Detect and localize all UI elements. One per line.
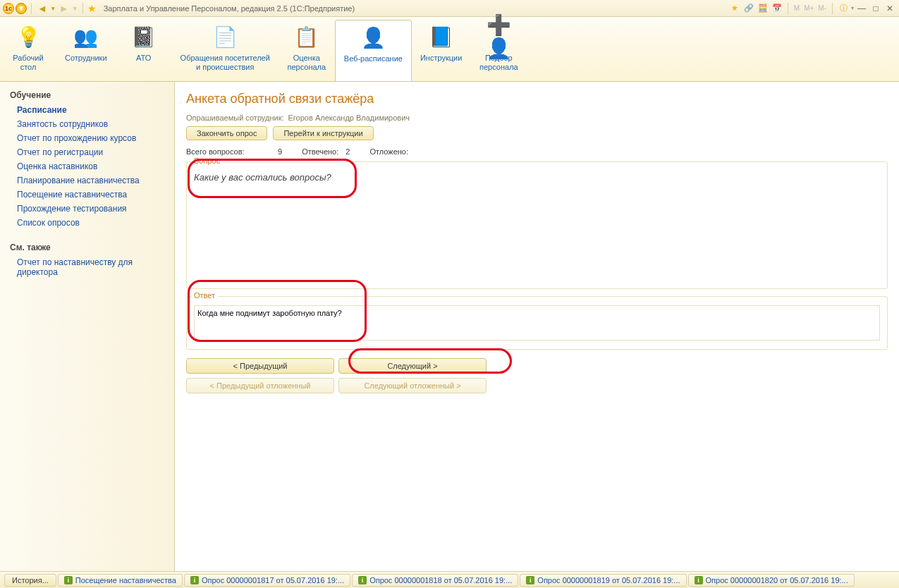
m-button[interactable]: M: [793, 4, 801, 12]
toolbar-label: Оценка персонала: [287, 54, 326, 72]
titlebar-right: ★ 🔗 🧮 📅 M M+ M- ⓘ ▾ — □ ✕: [728, 3, 896, 14]
next-button[interactable]: Следующий >: [338, 358, 487, 374]
titlebar: 1c ▼ ◄ ▾ ► ▾ ★ Зарплата и Управление Пер…: [0, 0, 899, 17]
toolbar-label: Подбор персонала: [479, 54, 518, 72]
calculator-icon[interactable]: 🧮: [757, 3, 769, 14]
sidebar-item[interactable]: Отчет по наставничеству для директора: [0, 255, 174, 279]
nav-back-dropdown-icon[interactable]: ▾: [50, 5, 56, 12]
calendar-icon[interactable]: 📅: [771, 3, 783, 14]
employee-row: Опрашиваемый сотрудник: Егоров Александр…: [186, 114, 888, 122]
taskbar-tab[interactable]: iПосещение наставничества: [58, 574, 183, 587]
taskbar-tab-label: Опрос 00000001820 от 05.07.2016 19:...: [706, 576, 848, 584]
separator: [788, 3, 788, 14]
info-icon: i: [695, 576, 703, 584]
content-area: Анкета обратной связи стажёра Опрашиваем…: [175, 82, 899, 571]
help-icon[interactable]: ⓘ: [837, 3, 850, 14]
stat-deferred-label: Отложено:: [369, 147, 408, 156]
sidebar-item[interactable]: Список опросов: [0, 216, 174, 230]
links-icon[interactable]: 🔗: [742, 3, 755, 14]
sidebar-group-title: Обучение: [0, 87, 174, 103]
taskbar-tab[interactable]: iОпрос 00000001820 от 05.07.2016 19:...: [688, 574, 855, 587]
navigation-buttons: < Предыдущий Следующий > < Предыдущий от…: [186, 358, 888, 393]
favorites-list-icon[interactable]: ★: [728, 3, 741, 14]
toolbar-item-1[interactable]: 👥Сотрудники: [56, 20, 116, 81]
toolbar-item-6[interactable]: 📘Инструкции: [412, 20, 470, 81]
instructions-button[interactable]: Перейти к инструкции: [273, 126, 373, 140]
taskbar: История... iПосещение наставничестваiОпр…: [0, 571, 899, 588]
toolbar-label: Веб-расписание: [344, 54, 403, 63]
info-icon: i: [358, 576, 367, 584]
sidebar-item[interactable]: Посещение наставничества: [0, 188, 174, 202]
toolbar-item-5[interactable]: 👤Веб-расписание: [335, 20, 412, 81]
sidebar-group-title: См. также: [0, 240, 174, 255]
app-1c-icon: 1c: [3, 3, 14, 14]
main-toolbar: 💡Рабочий стол👥Сотрудники📓АТО📄Обращения п…: [0, 17, 899, 82]
main-area: ОбучениеРасписаниеЗанятость сотрудниковО…: [0, 82, 899, 571]
m-plus-button[interactable]: M+: [802, 4, 815, 12]
taskbar-tab-label: Посещение наставничества: [75, 576, 176, 584]
toolbar-label: Сотрудники: [65, 54, 107, 63]
sidebar-item[interactable]: Отчет по прохождению курсов: [0, 131, 174, 145]
toolbar-icon: 👥: [72, 23, 100, 51]
info-icon: i: [526, 576, 534, 584]
question-text: Какие у вас остались вопросы?: [194, 171, 880, 281]
sidebar-item[interactable]: Планирование наставничества: [0, 173, 174, 188]
taskbar-tab[interactable]: iОпрос 00000001818 от 05.07.2016 19:...: [352, 574, 518, 587]
sidebar-item[interactable]: Расписание: [0, 103, 174, 117]
stats-row: Всего вопросов: 9 Отвечено: 2 Отложено:: [186, 147, 888, 156]
toolbar-item-0[interactable]: 💡Рабочий стол: [0, 20, 56, 81]
separator: [31, 3, 32, 14]
toolbar-icon: ➕👤: [484, 23, 513, 51]
answer-input[interactable]: Когда мне поднимут зароботную плату?: [194, 305, 880, 341]
toolbar-item-2[interactable]: 📓АТО: [116, 20, 172, 81]
employee-label: Опрашиваемый сотрудник:: [186, 114, 284, 122]
toolbar-label: Рабочий стол: [13, 54, 43, 72]
sidebar-item[interactable]: Прохождение тестирования: [0, 202, 174, 216]
maximize-button[interactable]: □: [869, 4, 882, 13]
toolbar-icon: 📋: [293, 23, 321, 51]
nav-forward-icon[interactable]: ►: [58, 3, 71, 14]
sidebar: ОбучениеРасписаниеЗанятость сотрудниковО…: [0, 82, 175, 571]
info-icon: i: [64, 576, 73, 584]
finish-survey-button[interactable]: Закончить опрос: [186, 126, 267, 140]
taskbar-tab[interactable]: iОпрос 00000001819 от 05.07.2016 19:...: [520, 574, 686, 587]
taskbar-tab-label: Опрос 00000001818 от 05.07.2016 19:...: [369, 576, 512, 584]
toolbar-icon: 📄: [211, 23, 239, 51]
question-legend: Вопрос: [191, 157, 223, 165]
help-dropdown-icon[interactable]: ▾: [851, 5, 854, 11]
separator: [832, 3, 833, 14]
sidebar-item[interactable]: Отчет по регистрации: [0, 145, 174, 159]
stat-total-label: Всего вопросов:: [186, 147, 271, 156]
sidebar-item[interactable]: Оценка наставников: [0, 159, 174, 173]
prev-button[interactable]: < Предыдущий: [186, 358, 334, 374]
stat-total-value: 9: [278, 147, 282, 156]
nav-forward-dropdown-icon[interactable]: ▾: [72, 5, 78, 12]
favorite-icon[interactable]: ★: [87, 3, 97, 14]
toolbar-item-7[interactable]: ➕👤Подбор персонала: [470, 20, 527, 81]
prev-deferred-button[interactable]: < Предыдущий отложенный: [186, 378, 334, 393]
toolbar-label: АТО: [136, 54, 151, 63]
toolbar-icon: 📘: [427, 23, 455, 51]
info-icon: i: [190, 576, 199, 584]
toolbar-item-4[interactable]: 📋Оценка персонала: [279, 20, 335, 81]
answer-legend: Ответ: [191, 291, 218, 300]
separator: [82, 3, 83, 14]
next-deferred-button[interactable]: Следующий отложенный >: [338, 378, 487, 393]
history-button[interactable]: История...: [4, 574, 56, 587]
taskbar-tab-label: Опрос 00000001817 от 05.07.2016 19:...: [202, 576, 344, 584]
taskbar-tab[interactable]: iОпрос 00000001817 от 05.07.2016 19:...: [184, 574, 350, 587]
stat-answered-value: 2: [345, 147, 350, 156]
m-minus-button[interactable]: M-: [817, 4, 828, 12]
taskbar-tab-label: Опрос 00000001819 от 05.07.2016 19:...: [537, 576, 680, 584]
nav-back-icon[interactable]: ◄: [36, 3, 49, 14]
answer-fieldset: Ответ Когда мне поднимут зароботную плат…: [186, 296, 888, 350]
minimize-button[interactable]: —: [855, 4, 868, 13]
employee-value: Егоров Александр Владимирович: [288, 114, 410, 122]
sidebar-item[interactable]: Занятость сотрудников: [0, 117, 174, 131]
close-button[interactable]: ✕: [883, 4, 896, 13]
page-title: Анкета обратной связи стажёра: [186, 92, 888, 106]
toolbar-label: Инструкции: [420, 54, 462, 63]
main-menu-icon[interactable]: ▼: [16, 3, 27, 14]
toolbar-item-3[interactable]: 📄Обращения посетителей и происшествия: [172, 20, 279, 81]
toolbar-icon: 💡: [14, 23, 42, 51]
